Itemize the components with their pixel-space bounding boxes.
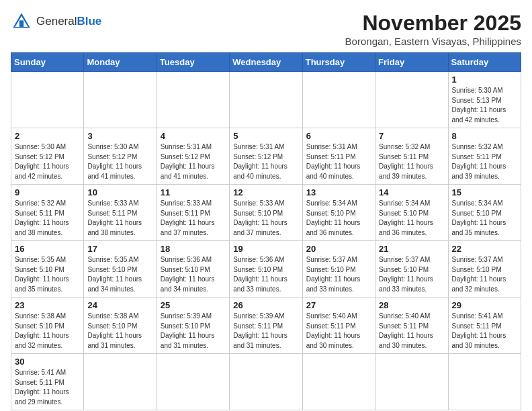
day-number: 21: [379, 244, 444, 254]
weekday-header-thursday: Thursday: [302, 53, 375, 72]
calendar-day-cell: [302, 354, 375, 410]
logo-text: GeneralBlue: [36, 15, 101, 28]
day-number: 8: [452, 131, 517, 141]
calendar-day-cell: 17 Sunrise: 5:35 AMSunset: 5:10 PMDaylig…: [84, 241, 157, 298]
month-title: November 2025: [345, 11, 521, 36]
calendar-day-cell: 27 Sunrise: 5:40 AMSunset: 5:11 PMDaylig…: [302, 298, 375, 354]
calendar-day-cell: 23 Sunrise: 5:38 AMSunset: 5:10 PMDaylig…: [11, 298, 84, 354]
calendar-week-row: 23 Sunrise: 5:38 AMSunset: 5:10 PMDaylig…: [11, 298, 521, 354]
location-subtitle: Borongan, Eastern Visayas, Philippines: [345, 36, 521, 47]
calendar-day-cell: 5 Sunrise: 5:31 AMSunset: 5:12 PMDayligh…: [230, 128, 302, 185]
day-number: 1: [452, 75, 517, 85]
calendar-day-cell: 3 Sunrise: 5:30 AMSunset: 5:12 PMDayligh…: [84, 128, 157, 185]
calendar-day-cell: [375, 72, 448, 128]
day-number: 15: [452, 187, 517, 197]
day-number: 18: [161, 244, 226, 254]
calendar-week-row: 16 Sunrise: 5:35 AMSunset: 5:10 PMDaylig…: [11, 241, 521, 298]
day-info: Sunrise: 5:30 AMSunset: 5:12 PMDaylight:…: [15, 142, 80, 181]
day-number: 14: [379, 187, 444, 197]
calendar-week-row: 1 Sunrise: 5:30 AMSunset: 5:13 PMDayligh…: [11, 72, 521, 128]
day-info: Sunrise: 5:32 AMSunset: 5:11 PMDaylight:…: [452, 142, 517, 181]
calendar-title-area: November 2025 Borongan, Eastern Visayas,…: [345, 11, 521, 47]
calendar-day-cell: 9 Sunrise: 5:32 AMSunset: 5:11 PMDayligh…: [11, 185, 84, 241]
day-info: Sunrise: 5:35 AMSunset: 5:10 PMDaylight:…: [87, 255, 152, 294]
calendar-day-cell: [84, 72, 157, 128]
day-info: Sunrise: 5:37 AMSunset: 5:10 PMDaylight:…: [379, 255, 444, 294]
calendar-day-cell: 26 Sunrise: 5:39 AMSunset: 5:11 PMDaylig…: [230, 298, 302, 354]
day-info: Sunrise: 5:40 AMSunset: 5:11 PMDaylight:…: [306, 312, 371, 351]
day-number: 22: [452, 244, 517, 254]
day-number: 2: [15, 131, 80, 141]
calendar-day-cell: 22 Sunrise: 5:37 AMSunset: 5:10 PMDaylig…: [448, 241, 521, 298]
calendar-day-cell: 6 Sunrise: 5:31 AMSunset: 5:11 PMDayligh…: [302, 128, 375, 185]
day-info: Sunrise: 5:34 AMSunset: 5:10 PMDaylight:…: [379, 199, 444, 238]
calendar-day-cell: [375, 354, 448, 410]
calendar-day-cell: 14 Sunrise: 5:34 AMSunset: 5:10 PMDaylig…: [375, 185, 448, 241]
calendar-day-cell: 20 Sunrise: 5:37 AMSunset: 5:10 PMDaylig…: [302, 241, 375, 298]
day-number: 3: [87, 131, 152, 141]
day-number: 25: [161, 300, 226, 310]
calendar-day-cell: 28 Sunrise: 5:40 AMSunset: 5:11 PMDaylig…: [375, 298, 448, 354]
day-info: Sunrise: 5:35 AMSunset: 5:10 PMDaylight:…: [15, 255, 80, 294]
day-info: Sunrise: 5:36 AMSunset: 5:10 PMDaylight:…: [161, 255, 226, 294]
calendar-day-cell: 16 Sunrise: 5:35 AMSunset: 5:10 PMDaylig…: [11, 241, 84, 298]
day-info: Sunrise: 5:34 AMSunset: 5:10 PMDaylight:…: [306, 199, 371, 238]
calendar-day-cell: 7 Sunrise: 5:32 AMSunset: 5:11 PMDayligh…: [375, 128, 448, 185]
day-info: Sunrise: 5:31 AMSunset: 5:12 PMDaylight:…: [233, 142, 298, 181]
calendar-day-cell: 24 Sunrise: 5:38 AMSunset: 5:10 PMDaylig…: [84, 298, 157, 354]
calendar-day-cell: [157, 72, 229, 128]
day-info: Sunrise: 5:38 AMSunset: 5:10 PMDaylight:…: [87, 312, 152, 351]
day-number: 6: [306, 131, 371, 141]
day-number: 7: [379, 131, 444, 141]
weekday-header-friday: Friday: [375, 53, 448, 72]
calendar-day-cell: 1 Sunrise: 5:30 AMSunset: 5:13 PMDayligh…: [448, 72, 521, 128]
day-info: Sunrise: 5:39 AMSunset: 5:10 PMDaylight:…: [161, 312, 226, 351]
weekday-header-tuesday: Tuesday: [157, 53, 229, 72]
calendar-day-cell: 2 Sunrise: 5:30 AMSunset: 5:12 PMDayligh…: [11, 128, 84, 185]
weekday-header-wednesday: Wednesday: [230, 53, 302, 72]
calendar-week-row: 30 Sunrise: 5:41 AMSunset: 5:11 PMDaylig…: [11, 354, 521, 410]
day-number: 10: [87, 187, 152, 197]
calendar-day-cell: 25 Sunrise: 5:39 AMSunset: 5:10 PMDaylig…: [157, 298, 229, 354]
calendar-day-cell: 19 Sunrise: 5:36 AMSunset: 5:10 PMDaylig…: [230, 241, 302, 298]
day-info: Sunrise: 5:41 AMSunset: 5:11 PMDaylight:…: [15, 368, 80, 407]
day-number: 12: [233, 187, 298, 197]
day-info: Sunrise: 5:37 AMSunset: 5:10 PMDaylight:…: [452, 255, 517, 294]
day-number: 5: [233, 131, 298, 141]
day-number: 26: [233, 300, 298, 310]
calendar-day-cell: 18 Sunrise: 5:36 AMSunset: 5:10 PMDaylig…: [157, 241, 229, 298]
day-number: 23: [15, 300, 80, 310]
day-info: Sunrise: 5:30 AMSunset: 5:13 PMDaylight:…: [452, 86, 517, 125]
calendar-day-cell: [302, 72, 375, 128]
day-info: Sunrise: 5:33 AMSunset: 5:11 PMDaylight:…: [87, 199, 152, 238]
calendar-day-cell: [448, 354, 521, 410]
day-info: Sunrise: 5:41 AMSunset: 5:11 PMDaylight:…: [452, 312, 517, 351]
calendar-day-cell: [84, 354, 157, 410]
page-header: GeneralBlue November 2025 Borongan, East…: [11, 11, 521, 47]
day-number: 13: [306, 187, 371, 197]
day-number: 29: [452, 300, 517, 310]
day-info: Sunrise: 5:38 AMSunset: 5:10 PMDaylight:…: [15, 312, 80, 351]
calendar-day-cell: 10 Sunrise: 5:33 AMSunset: 5:11 PMDaylig…: [84, 185, 157, 241]
day-info: Sunrise: 5:37 AMSunset: 5:10 PMDaylight:…: [306, 255, 371, 294]
day-number: 17: [87, 244, 152, 254]
day-info: Sunrise: 5:40 AMSunset: 5:11 PMDaylight:…: [379, 312, 444, 351]
weekday-header-saturday: Saturday: [448, 53, 521, 72]
day-info: Sunrise: 5:30 AMSunset: 5:12 PMDaylight:…: [87, 142, 152, 181]
calendar-week-row: 2 Sunrise: 5:30 AMSunset: 5:12 PMDayligh…: [11, 128, 521, 185]
day-info: Sunrise: 5:31 AMSunset: 5:12 PMDaylight:…: [161, 142, 226, 181]
calendar-day-cell: [230, 354, 302, 410]
day-info: Sunrise: 5:32 AMSunset: 5:11 PMDaylight:…: [15, 199, 80, 238]
calendar-day-cell: 15 Sunrise: 5:34 AMSunset: 5:10 PMDaylig…: [448, 185, 521, 241]
calendar-day-cell: [11, 72, 84, 128]
day-number: 9: [15, 187, 80, 197]
day-number: 4: [161, 131, 226, 141]
day-number: 19: [233, 244, 298, 254]
calendar-day-cell: [157, 354, 229, 410]
calendar-day-cell: 13 Sunrise: 5:34 AMSunset: 5:10 PMDaylig…: [302, 185, 375, 241]
day-number: 28: [379, 300, 444, 310]
day-number: 20: [306, 244, 371, 254]
svg-rect-3: [19, 20, 24, 27]
calendar-day-cell: [230, 72, 302, 128]
day-number: 30: [15, 357, 80, 367]
